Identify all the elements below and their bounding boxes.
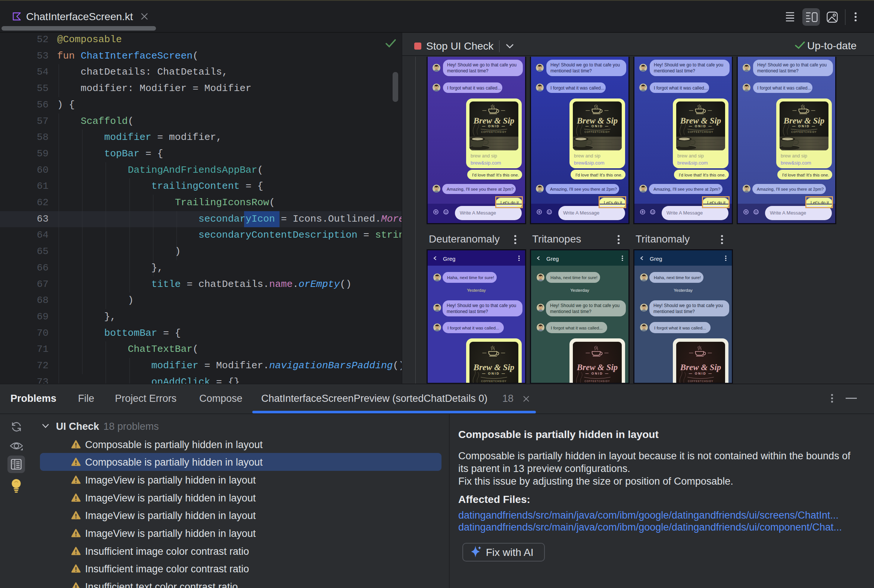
svg-text:COFFEETCHSIDY: COFFEETCHSIDY bbox=[481, 380, 507, 382]
svg-text:— ONID —: — ONID — bbox=[482, 372, 506, 375]
svg-text:Brew & Sip: Brew & Sip bbox=[680, 363, 721, 372]
svg-text:— ONID —: — ONID — bbox=[586, 372, 610, 375]
svg-text:Brew & Sip: Brew & Sip bbox=[577, 363, 618, 372]
svg-text:Brew & Sip: Brew & Sip bbox=[473, 363, 514, 372]
svg-text:COFFEETCHSIDY: COFFEETCHSIDY bbox=[481, 130, 507, 133]
svg-text:— ONID —: — ONID — bbox=[792, 124, 816, 128]
svg-text:— ONID —: — ONID — bbox=[482, 124, 506, 128]
svg-text:COFFEETCHSIDY: COFFEETCHSIDY bbox=[688, 380, 713, 382]
svg-text:COFFEETCHSIDY: COFFEETCHSIDY bbox=[584, 130, 610, 133]
svg-text:COFFEETCHSIDY: COFFEETCHSIDY bbox=[791, 130, 817, 133]
svg-text:— ONID —: — ONID — bbox=[689, 372, 713, 375]
svg-text:COFFEETCHSIDY: COFFEETCHSIDY bbox=[584, 380, 610, 382]
svg-text:— ONID —: — ONID — bbox=[689, 124, 713, 128]
svg-text:— ONID —: — ONID — bbox=[586, 124, 610, 128]
svg-text:COFFEETCHSIDY: COFFEETCHSIDY bbox=[688, 130, 713, 133]
